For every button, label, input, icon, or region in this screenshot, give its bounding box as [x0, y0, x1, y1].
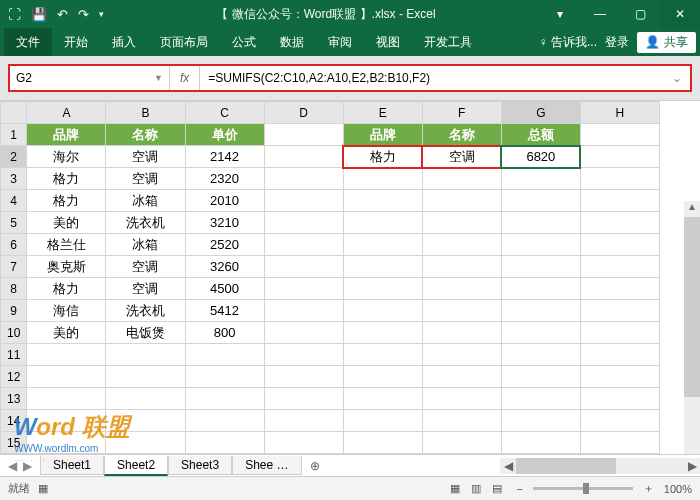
ribbon-options-icon[interactable]: ▾ — [540, 0, 580, 28]
cell[interactable] — [422, 234, 501, 256]
cell[interactable]: 电饭煲 — [106, 322, 185, 344]
cell[interactable]: 名称 — [422, 124, 501, 146]
share-button[interactable]: 👤 共享 — [637, 32, 696, 53]
cell[interactable] — [185, 410, 264, 432]
cell[interactable] — [343, 212, 422, 234]
macro-icon[interactable]: ▦ — [38, 482, 48, 495]
cell[interactable] — [580, 234, 659, 256]
cell[interactable] — [264, 168, 343, 190]
cell[interactable] — [264, 410, 343, 432]
zoom-slider[interactable] — [533, 487, 633, 490]
cell[interactable] — [501, 256, 580, 278]
cell[interactable]: 总额 — [501, 124, 580, 146]
tab-file[interactable]: 文件 — [4, 28, 52, 56]
cell[interactable] — [580, 278, 659, 300]
cell[interactable] — [106, 410, 185, 432]
cell[interactable] — [343, 234, 422, 256]
cell[interactable]: 海尔 — [27, 146, 106, 168]
cell[interactable] — [264, 278, 343, 300]
tell-me[interactable]: ♀ 告诉我... — [539, 34, 597, 51]
cell[interactable] — [343, 300, 422, 322]
cell[interactable] — [501, 234, 580, 256]
row-header[interactable]: 8 — [1, 278, 27, 300]
cell[interactable] — [580, 168, 659, 190]
minimize-button[interactable]: — — [580, 0, 620, 28]
cell[interactable] — [501, 300, 580, 322]
cell[interactable] — [264, 388, 343, 410]
row-header[interactable]: 11 — [1, 344, 27, 366]
scroll-right-icon[interactable]: ▶ — [684, 459, 700, 473]
cell[interactable]: 格兰仕 — [27, 234, 106, 256]
maximize-button[interactable]: ▢ — [620, 0, 660, 28]
view-page-icon[interactable]: ▥ — [467, 482, 485, 494]
cell[interactable]: 800 — [185, 322, 264, 344]
tab-next-icon[interactable]: ▶ — [23, 459, 32, 473]
cell[interactable] — [343, 344, 422, 366]
zoom-out-button[interactable]: − — [516, 483, 522, 495]
zoom-in-button[interactable]: ＋ — [643, 481, 654, 496]
cell[interactable]: 2520 — [185, 234, 264, 256]
tab-insert[interactable]: 插入 — [100, 28, 148, 56]
cell[interactable] — [422, 432, 501, 454]
cell[interactable] — [343, 168, 422, 190]
add-sheet-button[interactable]: ⊕ — [302, 457, 328, 475]
cell[interactable]: 格力 — [27, 278, 106, 300]
tab-home[interactable]: 开始 — [52, 28, 100, 56]
vertical-scrollbar[interactable]: ▲ — [684, 201, 700, 461]
cell[interactable] — [264, 366, 343, 388]
tab-developer[interactable]: 开发工具 — [412, 28, 484, 56]
tab-data[interactable]: 数据 — [268, 28, 316, 56]
cell[interactable] — [343, 388, 422, 410]
row-header[interactable]: 5 — [1, 212, 27, 234]
cell-f2[interactable]: 空调 — [422, 146, 501, 168]
row-header[interactable]: 10 — [1, 322, 27, 344]
row-header[interactable]: 9 — [1, 300, 27, 322]
sheet-tab[interactable]: Shee … — [232, 456, 301, 475]
cell[interactable] — [343, 278, 422, 300]
cell[interactable] — [264, 234, 343, 256]
cell[interactable] — [185, 432, 264, 454]
view-break-icon[interactable]: ▤ — [488, 482, 506, 494]
horizontal-scrollbar[interactable]: ◀ ▶ — [500, 458, 700, 474]
select-all-corner[interactable] — [1, 102, 27, 124]
redo-icon[interactable]: ↷ — [78, 7, 89, 22]
cell[interactable] — [27, 366, 106, 388]
cell[interactable] — [185, 366, 264, 388]
cell[interactable]: 空调 — [106, 278, 185, 300]
cell[interactable] — [27, 344, 106, 366]
tab-page-layout[interactable]: 页面布局 — [148, 28, 220, 56]
row-header[interactable]: 12 — [1, 366, 27, 388]
cell[interactable] — [422, 190, 501, 212]
scroll-thumb[interactable] — [516, 458, 616, 474]
cell[interactable] — [343, 190, 422, 212]
cell[interactable]: 洗衣机 — [106, 212, 185, 234]
cell[interactable]: 冰箱 — [106, 190, 185, 212]
cell[interactable]: 3260 — [185, 256, 264, 278]
cell[interactable]: 3210 — [185, 212, 264, 234]
cell[interactable] — [27, 432, 106, 454]
cell[interactable] — [264, 344, 343, 366]
tab-formulas[interactable]: 公式 — [220, 28, 268, 56]
cell[interactable]: 2010 — [185, 190, 264, 212]
cell[interactable] — [343, 322, 422, 344]
cell[interactable] — [501, 212, 580, 234]
cell[interactable] — [501, 366, 580, 388]
cell[interactable] — [264, 190, 343, 212]
cell[interactable]: 2320 — [185, 168, 264, 190]
cell[interactable]: 格力 — [27, 168, 106, 190]
cell[interactable] — [501, 432, 580, 454]
formula-expand-icon[interactable]: ⌄ — [664, 71, 690, 85]
row-header[interactable]: 2 — [1, 146, 27, 168]
cell[interactable]: 海信 — [27, 300, 106, 322]
row-header[interactable]: 15 — [1, 432, 27, 454]
name-box-dropdown-icon[interactable]: ▼ — [154, 73, 163, 83]
scroll-thumb[interactable] — [684, 217, 700, 397]
cell[interactable]: 空调 — [106, 168, 185, 190]
cell[interactable] — [501, 278, 580, 300]
cell[interactable] — [27, 388, 106, 410]
cell[interactable] — [422, 278, 501, 300]
cell[interactable] — [264, 124, 343, 146]
cell[interactable] — [422, 256, 501, 278]
cell[interactable] — [580, 256, 659, 278]
cell[interactable] — [580, 366, 659, 388]
